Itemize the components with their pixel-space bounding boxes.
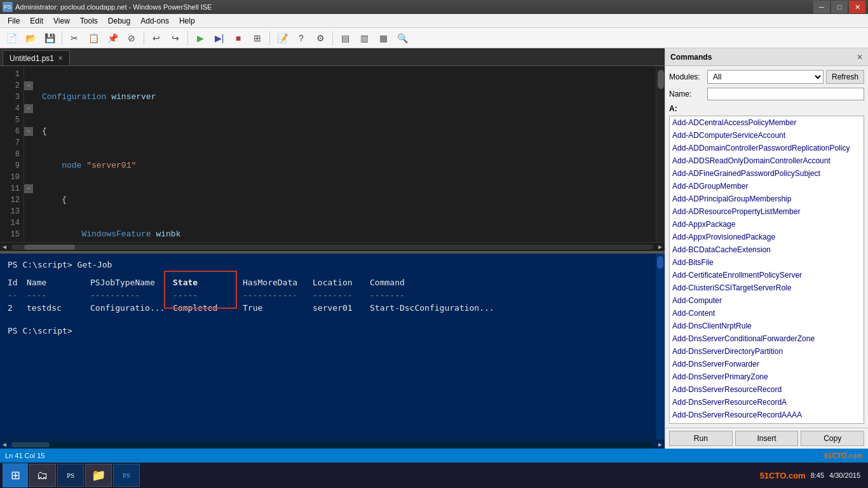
- list-item[interactable]: Add-CertificateEnrollmentPolicyServer: [670, 269, 864, 281]
- tab-close-icon[interactable]: ✕: [58, 55, 63, 62]
- status-bar: Ln 41 Col 15 51CTO.com: [0, 449, 868, 463]
- editor-hscrollbar[interactable]: ◄ ►: [0, 242, 665, 251]
- terminal-table: Id Name PSJobTypeName State HasMoreData …: [8, 276, 657, 315]
- layout3-button[interactable]: ▦: [374, 30, 392, 46]
- list-item[interactable]: Add-ClusteriSCSITargetServerRole: [670, 281, 864, 294]
- collapse-11[interactable]: -: [24, 184, 33, 193]
- new-remote-button[interactable]: ⊞: [248, 30, 266, 46]
- list-item[interactable]: Add-ADPrincipalGroupMembership: [670, 193, 864, 205]
- copy-button[interactable]: Copy: [801, 431, 864, 446]
- list-item[interactable]: Add-DnsServerResourceRecordA: [670, 396, 864, 409]
- list-item[interactable]: Add-ADGroupMember: [670, 180, 864, 193]
- start-button[interactable]: ⊞: [3, 463, 28, 487]
- list-item[interactable]: Add-ADDSReadOnlyDomainControllerAccount: [670, 154, 864, 167]
- paste-button[interactable]: 📌: [104, 30, 121, 46]
- watermark-text: 51CTO.com: [760, 471, 806, 480]
- modules-select[interactable]: All: [707, 70, 824, 84]
- commands-list[interactable]: Add-ADCentralAccessPolicyMember Add-ADCo…: [669, 116, 864, 424]
- refresh-button[interactable]: Refresh: [826, 70, 864, 84]
- list-item[interactable]: Add-ADComputerServiceAccount: [670, 129, 864, 142]
- terminal-prompt1: PS C:\script> Get-Job: [8, 259, 657, 271]
- list-item[interactable]: Add-Computer: [670, 294, 864, 307]
- menu-edit[interactable]: Edit: [25, 15, 48, 27]
- cut-button[interactable]: ✂: [65, 30, 83, 46]
- modules-row: Modules: All Refresh: [669, 70, 864, 84]
- undo-button[interactable]: ↩: [147, 30, 165, 46]
- code-content[interactable]: Configuration winserver { node "server01…: [37, 66, 656, 242]
- code-editor[interactable]: 123456 789101112 13141516 - - - - Config…: [0, 66, 665, 242]
- section-a-label: A:: [669, 104, 864, 113]
- tab-label: Untitled1.ps1: [10, 54, 54, 63]
- list-item[interactable]: Add-DnsServerPrimaryZone: [670, 370, 864, 383]
- insert-button[interactable]: Insert: [735, 431, 799, 446]
- save-button[interactable]: 💾: [41, 30, 58, 46]
- list-item[interactable]: Add-DnsServerResourceRecord: [670, 383, 864, 396]
- list-item[interactable]: Add-AppxPackage: [670, 218, 864, 231]
- redo-button[interactable]: ↪: [166, 30, 184, 46]
- zoom-button[interactable]: 🔍: [393, 30, 411, 46]
- list-item[interactable]: Add-ADDomainControllerPasswordReplicatio…: [670, 142, 864, 154]
- stop-button[interactable]: ■: [229, 30, 247, 46]
- config-button[interactable]: ⚙: [311, 30, 329, 46]
- run-button[interactable]: Run: [669, 431, 733, 446]
- commands-panel: Commands ✕ Modules: All Refresh Name: A:…: [665, 48, 868, 449]
- editor-vscrollbar[interactable]: [656, 66, 665, 242]
- terminal-hscrollbar[interactable]: ◄ ►: [0, 440, 665, 449]
- collapse-6[interactable]: -: [24, 127, 33, 136]
- menu-addons[interactable]: Add-ons: [135, 15, 174, 27]
- list-item[interactable]: Add-BitsFile: [670, 256, 864, 269]
- taskbar-file-explorer[interactable]: 🗂: [29, 464, 56, 487]
- tab-untitled1[interactable]: Untitled1.ps1 ✕: [3, 50, 70, 65]
- name-label: Name:: [669, 90, 707, 98]
- run-selection-button[interactable]: ▶|: [210, 30, 228, 46]
- layout2-button[interactable]: ▥: [355, 30, 373, 46]
- list-item[interactable]: Add-DnsServerForwarder: [670, 358, 864, 370]
- panel-footer: Run Insert Copy: [665, 428, 868, 449]
- name-input[interactable]: [707, 88, 864, 100]
- menu-file[interactable]: File: [3, 15, 25, 27]
- list-item[interactable]: Add-AppxProvisionedPackage: [670, 231, 864, 243]
- open-button[interactable]: 📂: [22, 30, 39, 46]
- list-item[interactable]: Add-DnsServerResourceRecordCName: [670, 421, 864, 424]
- window-controls: ─ □ ✕: [813, 1, 865, 13]
- hscroll-track[interactable]: [11, 245, 653, 250]
- list-item[interactable]: Add-DnsClientNrptRule: [670, 320, 864, 332]
- close-button[interactable]: ✕: [849, 1, 865, 13]
- run-button[interactable]: ▶: [191, 30, 209, 46]
- layout1-button[interactable]: ▤: [336, 30, 354, 46]
- menu-help[interactable]: Help: [174, 15, 200, 27]
- list-item[interactable]: Add-ADFineGrainedPasswordPolicySubject: [670, 167, 864, 180]
- list-item[interactable]: Add-BCDataCacheExtension: [670, 243, 864, 256]
- help-button[interactable]: ?: [292, 30, 310, 46]
- hscroll-thumb[interactable]: [24, 245, 75, 250]
- list-item[interactable]: Add-DnsServerDirectoryPartition: [670, 345, 864, 358]
- maximize-button[interactable]: □: [831, 1, 848, 13]
- terminal-vscrollbar[interactable]: [656, 254, 665, 440]
- taskbar-right: 51CTO.com 8:45 4/30/2015: [760, 471, 865, 480]
- taskbar-folder[interactable]: 📁: [85, 464, 112, 487]
- panel-header: Commands ✕: [665, 48, 868, 66]
- list-item[interactable]: Add-Content: [670, 307, 864, 320]
- list-item[interactable]: Add-DnsServerResourceRecordAAAA: [670, 409, 864, 421]
- menu-view[interactable]: View: [48, 15, 75, 27]
- title-bar: PS Administrator: pocloud.cloudapp.net -…: [0, 0, 868, 14]
- menu-debug[interactable]: Debug: [103, 15, 135, 27]
- taskbar-powershell[interactable]: PS: [57, 464, 84, 487]
- list-item[interactable]: Add-ADResourcePropertyListMember: [670, 205, 864, 218]
- editor-split: Untitled1.ps1 ✕ 123456 789101112 1314151…: [0, 48, 665, 449]
- panel-title: Commands: [670, 53, 712, 62]
- minimize-button[interactable]: ─: [813, 1, 830, 13]
- collapse-2[interactable]: -: [24, 81, 33, 90]
- clear-button[interactable]: ⊘: [123, 30, 140, 46]
- copy-button[interactable]: 📋: [85, 30, 102, 46]
- menu-tools[interactable]: Tools: [75, 15, 103, 27]
- panel-close-icon[interactable]: ✕: [857, 53, 863, 62]
- new-button[interactable]: 📄: [3, 30, 20, 46]
- list-item[interactable]: Add-DnsServerConditionalForwarderZone: [670, 332, 864, 345]
- snippet-button[interactable]: 📝: [273, 30, 291, 46]
- terminal-area[interactable]: PS C:\script> Get-Job Id Name PSJobTypeN…: [0, 254, 665, 440]
- name-row: Name:: [669, 88, 864, 100]
- taskbar-ise[interactable]: PS: [113, 464, 140, 487]
- list-item[interactable]: Add-ADCentralAccessPolicyMember: [670, 116, 864, 129]
- collapse-4[interactable]: -: [24, 104, 33, 113]
